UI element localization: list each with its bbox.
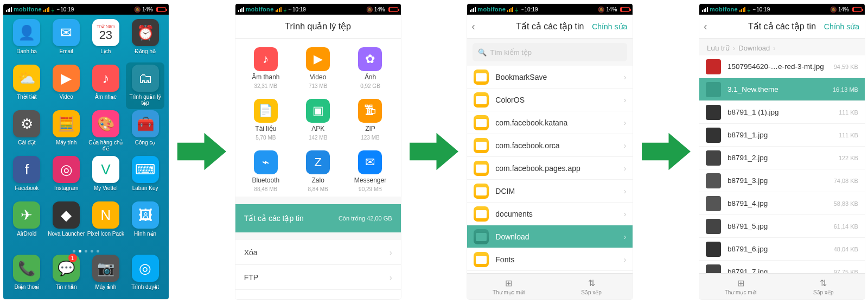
breadcrumb-root[interactable]: Lưu trữ (707, 44, 730, 52)
file-size: 94,59 KB (834, 64, 858, 70)
file-row[interactable]: 3.1_New.theme16,13 MB (699, 78, 865, 101)
app-my-viettel[interactable]: VMy Viettel (87, 156, 125, 200)
folder-row[interactable]: Download› (467, 225, 633, 248)
folder-row[interactable]: com.facebook.orca› (467, 134, 633, 157)
app--ng-h-[interactable]: ⏰Đồng hồ (126, 19, 164, 64)
folder-icon (474, 206, 489, 222)
file-name: b8791_4.jpg (727, 199, 768, 207)
action-x-a[interactable]: Xóa› (235, 240, 401, 265)
breadcrumb-current[interactable]: Download (738, 44, 770, 52)
screen-all-files: mobifone ⏚ 10:19 🔕 14% ‹ Tất cả các tập … (467, 4, 633, 299)
badge: 1 (68, 254, 77, 262)
file-row[interactable]: b8791_7.jpg97,75 KB (699, 261, 865, 273)
file-row[interactable]: 1507954620-…e-red-3-mt.jpg94,59 KB (699, 55, 865, 78)
app-icon: 📷 (92, 255, 119, 282)
dock-tr-nh-duy-t[interactable]: ◎Trình duyệt (126, 255, 164, 298)
search-input[interactable]: 🔍 Tìm kiếm tệp (473, 43, 627, 61)
file-row[interactable]: b8791_4.jpg58,83 KB (699, 192, 865, 215)
category-icon: ⌁ (254, 150, 278, 174)
category-t-i-li-u[interactable]: 📄Tài liệu5,70 MB (240, 99, 292, 141)
app-icon: 👤 (13, 19, 40, 46)
carrier-label: mobifone (14, 6, 42, 12)
action-ftp[interactable]: FTP› (235, 265, 401, 290)
app-facebook[interactable]: fFacebook (8, 156, 46, 200)
app-label: Nova Launcher (48, 231, 85, 237)
app-icon: 📞 (13, 255, 40, 282)
file-row[interactable]: b8791_5.jpg61,14 KB (699, 215, 865, 238)
folder-row[interactable]: documents› (467, 203, 633, 225)
file-row[interactable]: b8791_6.jpg48,04 KB (699, 238, 865, 261)
battery-pct: 14% (606, 7, 617, 12)
edit-button[interactable]: Chỉnh sửa (592, 22, 627, 31)
app-email[interactable]: ✉Email (47, 19, 86, 64)
category-zip[interactable]: 🗜ZIP123 MB (344, 99, 396, 141)
edit-button[interactable]: Chỉnh sửa (824, 22, 859, 31)
dock-tin-nh-n[interactable]: 💬1Tin nhắn (47, 255, 86, 298)
app-airdroid[interactable]: ✈AirDroid (8, 201, 46, 246)
app-icon: ⏰ (132, 19, 159, 46)
new-folder-button[interactable]: ⊞ Thư mục mới (467, 274, 550, 299)
app-laban-key[interactable]: ⌨Laban Key (126, 156, 164, 200)
folder-row[interactable]: BookmarkSave› (467, 66, 633, 89)
folder-row[interactable]: com.facebook.katana› (467, 111, 633, 134)
sort-button[interactable]: ⇅ Sắp xếp (782, 274, 865, 299)
app-h-nh-n-n[interactable]: 🖼Hình nền (126, 201, 164, 246)
file-name: b8791_2.jpg (727, 154, 768, 162)
category-zalo[interactable]: ZZalo8,84 MB (292, 150, 344, 192)
file-row[interactable]: b8791_2.jpg122 KB (699, 147, 865, 169)
app-nova-launcher[interactable]: ◆Nova Launcher (47, 201, 86, 246)
dock--i-n-tho-i[interactable]: 📞Điện thoại (8, 255, 46, 298)
app-l-ch[interactable]: Thứ Năm23Lịch (87, 19, 125, 64)
category-apk[interactable]: ▣APK142 MB (292, 99, 344, 141)
app-icon: f (13, 156, 40, 183)
category-bluetooth[interactable]: ⌁Bluetooth88,48 MB (240, 150, 292, 192)
app-th-i-ti-t[interactable]: ⛅Thời tiết (8, 65, 46, 109)
category-icon: ♪ (254, 47, 278, 71)
app-c-i-t[interactable]: ⚙Cài đặt (8, 110, 46, 155)
category-icon: ▣ (306, 99, 330, 123)
app-c-ng-c-[interactable]: 🧰Công cụ (126, 110, 164, 155)
category--m-thanh[interactable]: ♪Âm thanh32,31 MB (240, 47, 292, 89)
app-video[interactable]: ▶Video (47, 65, 86, 109)
category--nh[interactable]: ✿Ảnh0,92 GB (344, 47, 396, 89)
file-row[interactable]: b8791_3.jpg74,08 KB (699, 169, 865, 192)
page-dot[interactable] (73, 250, 75, 252)
search-icon: 🔍 (478, 48, 487, 56)
file-row[interactable]: b8791_1 (1).jpg111 KB (699, 101, 865, 124)
folder-row[interactable]: DCIM› (467, 180, 633, 203)
new-folder-button[interactable]: ⊞ Thư mục mới (699, 274, 782, 299)
folder-row[interactable]: ColorOS› (467, 89, 633, 111)
folder-row[interactable]: Fonts› (467, 248, 633, 271)
category-label: APK (311, 125, 324, 132)
category-video[interactable]: ▶Video713 MB (292, 47, 344, 89)
dock-m-y-nh[interactable]: 📷Máy ảnh (87, 255, 125, 298)
sort-button[interactable]: ⇅ Sắp xếp (550, 274, 633, 299)
app-pixel-icon-pack[interactable]: NPixel Icon Pack (87, 201, 125, 246)
all-files-row[interactable]: Tất cả các tập tin Còn trống 42,00 GB (235, 204, 401, 232)
mute-icon: 🔕 (134, 7, 141, 12)
app-danh-b-[interactable]: 👤Danh bạ (8, 19, 46, 64)
app-label: Laban Key (132, 185, 158, 191)
page-dot[interactable] (91, 250, 93, 252)
breadcrumb[interactable]: Lưu trữ › Download › (699, 39, 865, 55)
back-button[interactable]: ‹ (471, 20, 475, 33)
file-row[interactable]: b8791_1.jpg111 KB (699, 124, 865, 147)
category-messenger[interactable]: ✉Messenger90,29 MB (344, 150, 396, 192)
page-dot[interactable] (97, 250, 99, 252)
action-an-to-n-t-p-tin[interactable]: An toàn tập tin› (235, 290, 401, 299)
app--m-nh-c[interactable]: ♪Âm nhạc (87, 65, 125, 109)
folder-row[interactable]: com.facebook.pages.app› (467, 157, 633, 180)
app-tr-nh-qu-n-l-t-p[interactable]: 🗂Trình quản lý tệp (126, 62, 164, 109)
back-button[interactable]: ‹ (704, 20, 707, 33)
category-icon: 🗜 (358, 99, 382, 123)
file-thumb (706, 150, 721, 166)
app-instagram[interactable]: ◎Instagram (47, 156, 86, 200)
page-dot[interactable] (79, 250, 81, 252)
battery-pct: 14% (838, 7, 849, 12)
app-m-y-t-nh[interactable]: 🧮Máy tính (47, 110, 86, 155)
new-folder-icon: ⊞ (505, 278, 512, 288)
category-label: Tài liệu (255, 125, 276, 132)
page-dot[interactable] (85, 250, 87, 252)
step-arrow-1 (176, 130, 228, 173)
app-c-a-h-ng-ch-[interactable]: 🎨Cửa hàng chủ đề (87, 110, 125, 155)
